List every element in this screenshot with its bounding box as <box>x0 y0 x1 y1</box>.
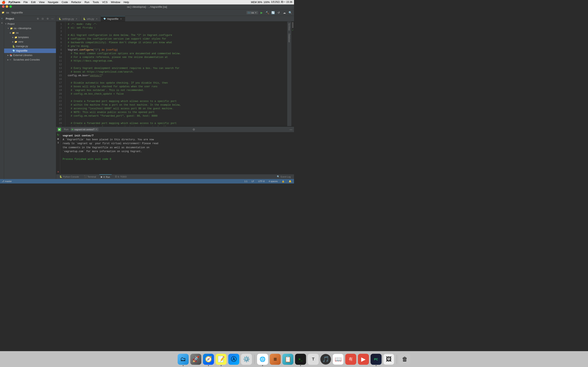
breadcrumb-vagrantfile[interactable]: Vagrantfile <box>11 11 23 14</box>
menu-window[interactable]: Window <box>109 0 122 4</box>
menu-help[interactable]: Help <box>122 0 130 4</box>
close-button[interactable] <box>2 5 4 8</box>
menu-vcs[interactable]: VCS <box>101 0 109 4</box>
line-number: 16 <box>56 77 63 81</box>
run-close-icon[interactable]: ✕ <box>57 170 59 173</box>
indent[interactable]: 4 spaces <box>268 180 278 183</box>
line-number: 7 <box>56 44 63 48</box>
run-panel-gear[interactable]: ⚙ <box>192 128 195 131</box>
line-number: 19 <box>56 89 63 92</box>
tab-urls-py[interactable]: 🐍 urls.py ✕ <box>81 16 101 21</box>
menu-mem: MEM 36% <box>251 1 262 4</box>
notifications-icon[interactable]: 🔔 <box>288 180 292 183</box>
menubar: 🍎 PyCharm File Edit View Navigate Code R… <box>0 0 294 4</box>
encoding[interactable]: UTF-8 <box>258 180 265 183</box>
panel-layout-icon[interactable]: ⊟ <box>41 17 44 21</box>
build-button[interactable]: 🔨 <box>265 10 269 15</box>
tree-vagrantfile[interactable]: 💎 Vagrantfile <box>4 49 56 53</box>
code-line: # NOTE: This will enable public access t… <box>68 110 285 114</box>
folder-icon: 📁 <box>15 36 17 39</box>
update-button[interactable]: ↺ <box>277 10 281 15</box>
favorites-icon[interactable]: ★ <box>0 21 4 25</box>
menu-run[interactable]: Run <box>83 0 91 4</box>
run-icon: ▶ <box>101 175 103 178</box>
menu-code[interactable]: Code <box>60 0 69 4</box>
code-line <box>68 63 285 67</box>
tab-settings-py[interactable]: 🐍 settings.py ✕ <box>56 16 81 21</box>
menu-view[interactable]: View <box>37 0 46 4</box>
line-number: 15 <box>56 74 63 77</box>
tree-oa-root[interactable]: ▼ 📁 oa ~/develop/oa <box>4 26 56 31</box>
tree-external-libs[interactable]: ▶ 📚 External Libraries <box>4 53 56 58</box>
search-everywhere-button[interactable]: 🔍 <box>288 10 292 15</box>
tree-templates[interactable]: ▶ 📁 templates <box>4 35 56 40</box>
line-ending[interactable]: LF <box>251 180 255 183</box>
panel-header: Project ⚙ ⊟ ⚙ — <box>4 16 56 22</box>
tab-label: Vagrantfile <box>107 17 118 20</box>
project-icon[interactable]: ≡ <box>0 17 4 20</box>
menu-edit[interactable]: Edit <box>30 0 37 4</box>
tab-vagrantfile[interactable]: 💎 Vagrantfile ✕ <box>101 16 125 21</box>
code-line: # vi: set ft=ruby : <box>68 26 285 30</box>
python-console-tab[interactable]: 🐍 Python Console <box>58 174 81 179</box>
run-output: vagrant init centos/7A `Vagrantfile` has… <box>60 132 294 174</box>
bottom-strip: 🐍 Python Console ⬛ Terminal ▶ 4: Run ☰ 6… <box>56 174 294 179</box>
run-scroll-icon[interactable]: ⬇ <box>57 141 59 144</box>
menu-file[interactable]: File <box>22 0 29 4</box>
tree-oa-sub[interactable]: ▶ 📁 oa <box>4 31 56 35</box>
menu-navigate[interactable]: Navigate <box>46 0 60 4</box>
comment-text: # Create a forwarded port mapping which … <box>68 122 177 125</box>
editor-scrollbar[interactable]: ✓ <box>291 22 294 126</box>
fullscreen-button[interactable] <box>9 5 12 8</box>
tab-close-icon[interactable]: ✕ <box>120 17 122 20</box>
event-log-label: Event Log <box>281 175 291 178</box>
menu-pycharm[interactable]: PyCharm <box>7 0 22 4</box>
tree-scratches[interactable]: ▶ ✏ Scratches and Consoles <box>4 58 56 62</box>
line-number: 12 <box>56 63 63 67</box>
apple-menu[interactable]: 🍎 <box>2 0 6 4</box>
vcs-button[interactable]: ☁ <box>282 10 287 15</box>
run-tab-close[interactable]: ✕ <box>95 128 97 131</box>
event-log-tab[interactable]: 🔍 Event Log <box>275 174 292 179</box>
panel-settings-icon[interactable]: ⚙ <box>46 17 49 21</box>
comment-text: # Disable automatic box update checking.… <box>68 81 168 85</box>
run-tab[interactable]: ▶ 4: Run <box>99 174 112 179</box>
panel-gear-icon[interactable]: ⚙ <box>36 17 40 21</box>
run-panel-minimize[interactable]: — <box>290 128 292 131</box>
run-restart-icon[interactable]: ↻ <box>57 133 60 136</box>
todo-tab[interactable]: ☰ 6: TODO <box>113 174 129 179</box>
code-area[interactable]: # -*- mode: ruby -*-# vi: set ft=ruby : … <box>65 22 287 126</box>
minimize-button[interactable] <box>6 5 8 8</box>
comment-text: # All Vagrant configuration is done belo… <box>68 33 172 37</box>
run-config-tab[interactable]: ▶ vagrant init centos/7 ✕ <box>71 128 98 131</box>
todo-label: 6: TODO <box>118 175 127 178</box>
sync-button[interactable]: 🔄 <box>271 10 275 15</box>
line-number: 3 <box>56 30 63 33</box>
tree-venv[interactable]: ▶ 📁 venv <box>4 40 56 44</box>
scroll-thumb <box>292 22 293 28</box>
tab-close-icon[interactable]: ✕ <box>75 17 78 20</box>
rerun-button[interactable]: ▶ <box>58 128 61 131</box>
cursor-position[interactable]: 1:1 <box>243 180 248 183</box>
tree-project-header[interactable]: ▼ Project <box>4 22 56 26</box>
run-config-selector[interactable]: DJ oa ▼ <box>246 11 258 14</box>
run-button[interactable]: ▶ <box>259 10 264 15</box>
terminal-tab[interactable]: ⬛ Terminal <box>82 174 98 179</box>
sciview-panel[interactable]: SciView <box>287 22 291 32</box>
file-icon: 🐍 <box>12 45 15 48</box>
line-number: 23 <box>56 103 63 107</box>
tree-manage-py[interactable]: 🐍 manage.py <box>4 44 56 49</box>
code-line: # `vagrant box outdated`. This is not re… <box>68 89 285 92</box>
dropdown-arrow: ▼ <box>255 11 257 14</box>
tab-close-icon[interactable]: ✕ <box>95 17 98 20</box>
vcs-status[interactable]: ⎇ master <box>2 180 12 183</box>
comment-text: # The most common configuration options … <box>68 52 181 55</box>
run-stop-icon[interactable]: ■ <box>57 137 59 141</box>
breadcrumb-oa[interactable]: oa <box>6 11 9 14</box>
code-line: # boxes at https://vagrantcloud.com/sear… <box>68 70 285 74</box>
panel-close-icon[interactable]: — <box>51 17 54 21</box>
database-panel[interactable]: Database <box>287 32 291 44</box>
menu-refactor[interactable]: Refactor <box>70 0 83 4</box>
menu-tools[interactable]: Tools <box>91 0 100 4</box>
code-line: # The most common configuration options … <box>68 52 285 55</box>
